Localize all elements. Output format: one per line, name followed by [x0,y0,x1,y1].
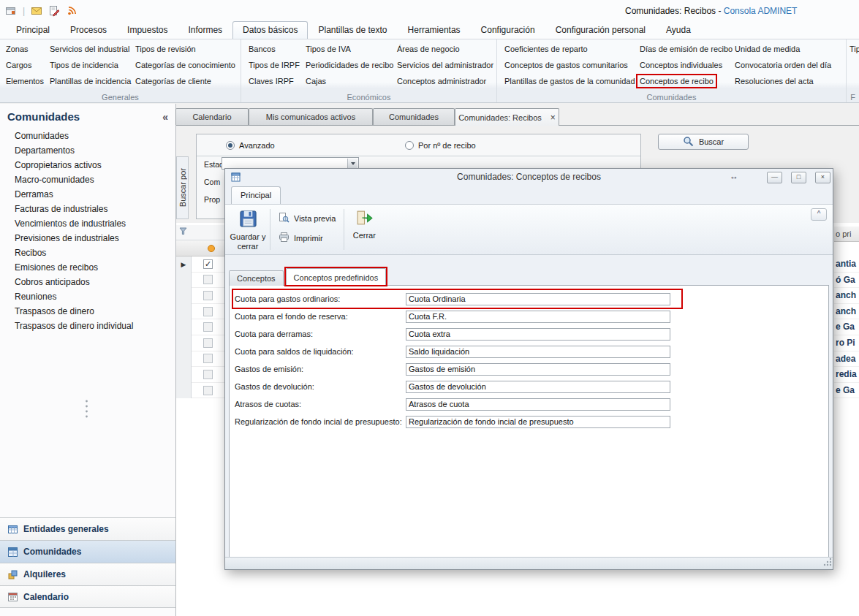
sidebar-item-vencimientos-industriales[interactable]: Vencimientos de industriales [0,216,175,231]
sidebar-item-traspasos-dinero-individual[interactable]: Traspasos de dinero individual [0,319,175,333]
nav-item-alquileres[interactable]: Alquileres [0,563,175,585]
ribbon-item-conceptos-de-recibo[interactable]: Conceptos de recibo [640,73,714,89]
input-cuota-saldos-liquidacion[interactable] [406,346,670,358]
row-checkbox[interactable] [203,275,213,284]
row-checkbox[interactable] [203,291,213,300]
nav-item-calendario[interactable]: Calendario [0,585,175,608]
grid-cell-partial[interactable]: redia [834,367,859,383]
input-cuota-gastos-ordinarios[interactable] [406,293,670,305]
row-checkbox[interactable] [203,386,213,395]
edit-note-icon[interactable] [48,4,61,18]
ribbon-item-elementos[interactable]: Elementos [6,73,44,89]
ribbon-item-cargos[interactable]: Cargos [6,57,31,73]
modal-titlebar[interactable]: Comunidades: Conceptos de recibos ↔ — □ … [225,169,833,186]
console-link[interactable]: Consola ADMINET [724,6,798,16]
mail-icon[interactable] [30,4,43,18]
ribbon-item-plantillas-incidencia[interactable]: Plantillas de incidencia [50,73,131,89]
menu-tab-ayuda[interactable]: Ayuda [656,21,701,39]
ribbon-item-periodicidades-recibo[interactable]: Periodicidades de recibo [306,57,393,73]
minimize-button[interactable]: — [767,172,782,183]
nav-item-comunidades[interactable]: Comunidades [0,540,175,563]
grid-cell-partial[interactable]: e Ga [834,383,859,399]
row-checkbox[interactable] [203,338,213,348]
table-row[interactable] [176,351,224,368]
ribbon-item-servicios-industrial[interactable]: Servicios del industrial [50,41,129,57]
menu-tab-informes[interactable]: Informes [178,21,232,39]
workspace-tab-comunidades-recibos[interactable]: Comunidades: Recibos × [455,108,559,126]
sidebar-item-departamentos[interactable]: Departamentos [0,143,175,158]
grid-filter-cell[interactable] [176,225,224,240]
ribbon-item-resoluciones-acta[interactable]: Resoluciones del acta [735,73,814,89]
row-checkbox-checked[interactable]: ✓ [203,259,213,269]
grid-column-header-partial[interactable]: o pri [834,227,859,242]
modal-tab-principal[interactable]: Principal [231,186,281,204]
input-atrasos-cuotas[interactable] [406,398,670,411]
sidebar-collapse-icon[interactable]: « [162,111,168,123]
table-row[interactable] [176,319,224,335]
resize-grip[interactable] [822,557,832,569]
ribbon-item-dias-emision-recibo[interactable]: Días de emisión de recibo [640,41,733,57]
row-checkbox[interactable] [203,354,213,363]
dock-arrows-icon[interactable]: ↔ [727,171,741,183]
sidebar-item-macro-comunidades[interactable]: Macro-comunidades [0,172,175,187]
grid-checkbox-column-header[interactable] [176,240,224,256]
sidebar-splitter-grip[interactable] [85,399,88,420]
sidebar-item-previsiones-industriales[interactable]: Previsiones de industriales [0,231,175,246]
nav-item-entidades-generales[interactable]: Entidades generales [0,517,175,540]
workspace-tab-calendario[interactable]: Calendario [175,108,249,125]
restore-button[interactable]: □ [791,172,806,183]
input-regularizacion-fondo-inicial[interactable] [406,416,670,428]
sidebar-item-traspasos-dinero[interactable]: Traspasos de dinero [0,304,175,319]
menu-tab-plantillas-texto[interactable]: Plantillas de texto [308,21,397,39]
menu-tab-herramientas[interactable]: Herramientas [398,21,471,39]
ribbon-item-categorias-conocimiento[interactable]: Categorías de conocimiento [135,57,235,73]
ribbon-item-unidad-medida[interactable]: Unidad de medida [735,41,800,57]
table-row[interactable] [176,383,224,399]
buscar-button[interactable]: Buscar [658,134,749,150]
tab-close-icon[interactable]: × [550,113,556,123]
radio-por-numero[interactable] [405,141,414,150]
ribbon-item-areas-negocio[interactable]: Áreas de negocio [397,41,460,57]
input-cuota-derramas[interactable] [406,328,670,341]
sidebar-item-cobros-anticipados[interactable]: Cobros anticipados [0,275,175,289]
grid-cell-partial[interactable]: anch [834,304,859,320]
row-checkbox[interactable] [203,307,213,316]
radio-avanzado[interactable] [226,141,235,150]
grid-cell-partial[interactable]: anch [834,288,859,304]
row-checkbox[interactable] [203,370,213,379]
ribbon-item-tipos-revision[interactable]: Tipos de revisión [135,41,196,57]
tab-conceptos[interactable]: Conceptos [229,270,284,286]
sidebar-item-derramas[interactable]: Derramas [0,187,175,202]
ribbon-item-bancos[interactable]: Bancos [249,41,276,57]
broadcast-icon[interactable] [65,4,78,18]
sidebar-item-copropietarios-activos[interactable]: Copropietarios activos [0,158,175,172]
sidebar-item-facturas-industriales[interactable]: Facturas de industriales [0,202,175,216]
ribbon-item-coeficientes-reparto[interactable]: Coeficientes de reparto [504,41,588,57]
sidebar-item-comunidades[interactable]: Comunidades [0,129,175,143]
combo-arrow-icon[interactable] [347,159,357,168]
input-cuota-fondo-reserva[interactable] [406,311,670,323]
close-button[interactable]: × [815,172,830,183]
ribbon-item-plantillas-gastos-comunidad[interactable]: Plantillas de gastos de la comunidad [504,73,635,89]
ribbon-item-tipos-iva[interactable]: Tipos de IVA [306,41,351,57]
grid-cell-partial[interactable]: adea [834,351,859,368]
menu-tab-datos-basicos[interactable]: Datos básicos [232,21,308,39]
ribbon-item-categorias-cliente[interactable]: Categorías de cliente [135,73,211,89]
table-row[interactable] [176,304,224,320]
workspace-tab-mis-comunicados[interactable]: Mis comunicados activos [249,108,373,125]
menu-tab-impuestos[interactable]: Impuestos [117,21,178,39]
cerrar-button[interactable]: Cerrar [347,206,382,253]
table-row[interactable] [176,288,224,304]
sidebar-item-reuniones[interactable]: Reuniones [0,289,175,304]
table-row[interactable] [176,367,224,383]
ribbon-collapse-chevron-icon[interactable]: ^ [811,208,827,221]
table-row[interactable] [176,335,224,351]
ribbon-item-convocatoria-orden-dia[interactable]: Convocatoria orden del día [735,57,831,73]
grid-cell-partial[interactable]: ro Pi [834,335,859,351]
tab-conceptos-predefinidos[interactable]: Conceptos predefinidos [286,268,387,286]
ribbon-item-conceptos-individuales[interactable]: Conceptos individuales [640,57,722,73]
menu-tab-configuracion-personal[interactable]: Configuración personal [545,21,656,39]
ribbon-item-conceptos-administrador[interactable]: Conceptos administrador [397,73,486,89]
grid-cell-partial[interactable]: e Ga [834,319,859,335]
ribbon-item-claves-irpf[interactable]: Claves IRPF [249,73,294,89]
